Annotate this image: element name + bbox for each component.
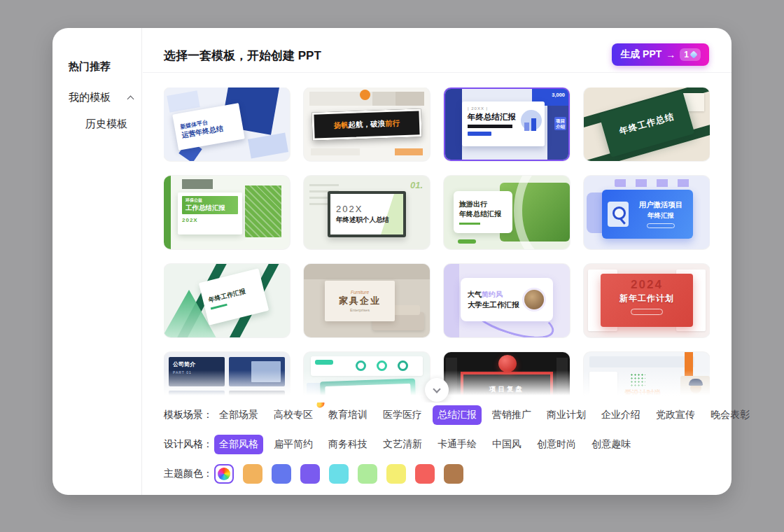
style-filter-label: 设计风格： <box>164 438 214 451</box>
donut-ring <box>398 360 408 371</box>
style-chip-creative-fun[interactable]: 创意趣味 <box>587 435 636 454</box>
sidebar-item-history-templates[interactable]: 历史模板 <box>85 117 127 131</box>
template-card-furniture[interactable]: Furniture 家具企业 Enterprises <box>304 264 430 337</box>
corner-number: 01. <box>410 180 423 190</box>
app-background: { "window": { "background": "#9e9ea0" },… <box>0 0 784 532</box>
scene-chip-all[interactable]: 全部场景 <box>214 405 263 425</box>
style-chips: 全部风格 扁平简约 商务科技 文艺清新 卡通手绘 中国风 创意时尚 创意趣味 <box>214 435 636 454</box>
cover-subtitle: 环保公益 <box>186 197 234 204</box>
color-swatch-yellow[interactable] <box>386 464 406 484</box>
decor <box>445 89 462 160</box>
decor <box>459 223 480 225</box>
template-card-green-summary[interactable]: 年终工作总结 <box>584 88 710 161</box>
cover-en-label: Furniture <box>351 290 369 295</box>
template-card-student-report[interactable]: 大气简约风 大学生工作汇报 <box>444 264 570 337</box>
project-intro-badge: 项目介绍 <box>554 117 566 130</box>
illustration-bar <box>531 118 536 131</box>
scene-chip-summary-selected[interactable]: 总结汇报 <box>433 405 482 425</box>
color-swatches <box>214 464 463 484</box>
style-chip-cartoon[interactable]: 卡通手绘 <box>433 435 482 454</box>
gem-diamond-icon <box>690 50 697 58</box>
color-swatch-green[interactable] <box>358 464 377 484</box>
style-chip-creative-fashion[interactable]: 创意时尚 <box>532 435 581 454</box>
decor <box>315 360 333 365</box>
scene-chip-education[interactable]: 教育培训 <box>323 405 372 425</box>
template-cover: 202X 年终述职个人总结 <box>328 191 406 237</box>
donut-ring <box>377 360 387 371</box>
template-card-user-activation[interactable]: 用户激活项目 年终汇报 <box>584 176 710 249</box>
color-filter-label: 主题颜色： <box>164 468 214 480</box>
template-card-green-work-report[interactable]: 年终工作汇报 <box>164 264 290 337</box>
sidebar-item-label: 我的模板 <box>69 91 111 104</box>
template-picker-panel: 热门推荐 我的模板 历史模板 选择一套模板，开始创建 PPT 生成 PPT → … <box>52 28 732 495</box>
color-swatch-orange[interactable] <box>243 464 262 484</box>
generate-ppt-button[interactable]: 生成 PPT → 1 <box>612 43 709 66</box>
style-chip-fresh[interactable]: 文艺清新 <box>378 435 427 454</box>
photo-strip <box>182 179 213 189</box>
template-card-travel[interactable]: 旅游出行 年终总结汇报 <box>444 176 570 249</box>
cover-title: 新年工作计划 <box>620 293 674 304</box>
decor <box>395 148 423 155</box>
color-filter-row: 主题颜色： <box>164 463 718 484</box>
credits-count: 1 <box>684 50 689 59</box>
template-card-year-end-report-selected[interactable]: 3,000 | 20XX | 年终总结汇报 项目介绍 <box>444 88 570 161</box>
decor <box>458 239 476 244</box>
style-chip-chinese[interactable]: 中国风 <box>487 435 526 454</box>
cover-title: 公司简介 <box>173 360 220 368</box>
color-swatch-red[interactable] <box>415 464 435 484</box>
sidebar-item-hot-recommend[interactable]: 热门推荐 <box>69 59 111 74</box>
template-card-sail[interactable]: 扬帆 起航， 破浪 前行 <box>304 88 430 161</box>
color-swatch-blue[interactable] <box>272 464 291 484</box>
color-wheel-icon <box>218 468 230 480</box>
decor <box>589 356 694 368</box>
decor <box>167 90 200 112</box>
decor <box>468 132 491 136</box>
scene-chip-business-plan[interactable]: 商业计划 <box>542 405 591 425</box>
color-swatch-purple[interactable] <box>300 464 320 484</box>
scene-chips: 全部场景 高校专区 教育培训 医学医疗 总结汇报 营销推广 商业计划 企业介绍 … <box>214 405 755 425</box>
template-cover: 用户激活项目 年终汇报 <box>602 190 693 239</box>
decor <box>468 125 512 128</box>
template-cover: 旅游出行 年终总结汇报 <box>454 191 512 233</box>
sidebar-item-my-templates[interactable]: 我的模板 <box>69 90 133 104</box>
color-swatch-cyan[interactable] <box>329 464 349 484</box>
scene-filter-row: 模板场景： 全部场景 高校专区 教育培训 医学医疗 总结汇报 营销推广 商业计划… <box>164 405 718 426</box>
cover-title: 年终述职个人总结 <box>336 216 398 225</box>
color-swatch-brown[interactable] <box>444 464 463 484</box>
chip-label: 高校专区 <box>274 409 313 420</box>
count-label: 3,000 <box>552 92 565 98</box>
cover-line: 大学生工作汇报 <box>468 300 519 310</box>
load-more-button[interactable] <box>425 378 449 402</box>
chevron-up-icon <box>127 95 134 102</box>
scene-chip-company-intro[interactable]: 企业介绍 <box>596 405 645 425</box>
cover-year: 202X <box>336 204 398 214</box>
credits-badge: 1 <box>680 48 701 61</box>
cover-line: 大气 <box>468 290 482 298</box>
cover-line: 扬帆 <box>334 120 349 131</box>
scene-chip-marketing[interactable]: 营销推广 <box>487 405 536 425</box>
template-card-eco-welfare[interactable]: 环保公益 工作总结汇报 202X <box>164 176 290 249</box>
style-chip-business-tech[interactable]: 商务科技 <box>323 435 372 454</box>
scene-chip-gala[interactable]: 晚会表彰 <box>706 405 755 425</box>
cover-line: 起航， <box>349 120 371 130</box>
decor <box>647 223 675 228</box>
template-card-new-media[interactable]: 新媒体平台 运营年终总结 <box>164 88 290 161</box>
scene-chip-campus[interactable]: 高校专区 <box>269 405 318 425</box>
color-swatch-rainbow-selected[interactable] <box>214 464 234 484</box>
template-card-new-year-plan[interactable]: 2024 新年工作计划 <box>584 264 710 337</box>
template-cover: 2024 新年工作计划 <box>601 274 693 327</box>
cover-title: 工作总结汇报 <box>186 204 234 213</box>
arrow-right-icon: → <box>666 49 676 60</box>
scene-chip-party-gov[interactable]: 党政宣传 <box>651 405 700 425</box>
style-chip-all-selected[interactable]: 全部风格 <box>214 435 263 454</box>
cover-year: 202X <box>182 217 238 223</box>
magnifier-icon <box>608 202 629 227</box>
cover-title: 年终工作汇报 <box>208 284 259 305</box>
decor <box>311 148 360 155</box>
style-chip-flat[interactable]: 扁平简约 <box>269 435 318 454</box>
scene-chip-medical[interactable]: 医学医疗 <box>378 405 427 425</box>
decor <box>304 264 430 279</box>
generate-label: 生成 PPT <box>620 48 662 61</box>
decor <box>164 176 171 249</box>
template-card-personal-debrief[interactable]: 01. 202X 年终述职个人总结 <box>304 176 430 249</box>
